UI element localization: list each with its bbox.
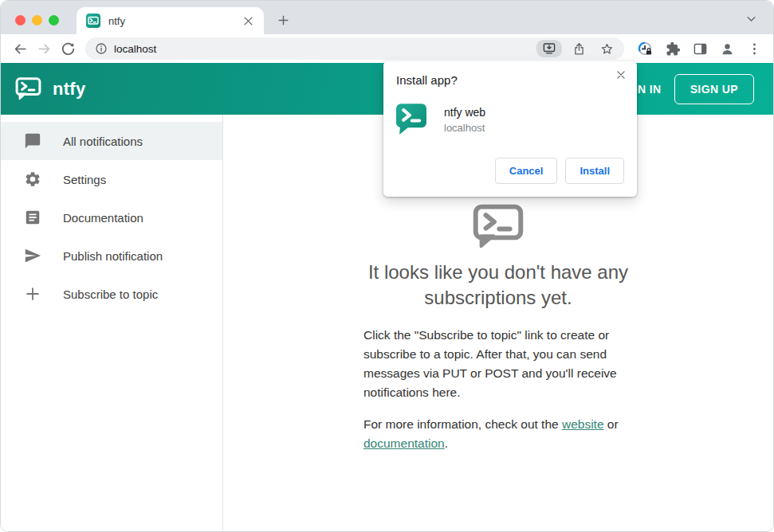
empty-state-text: Click the "Subscribe to topic" link to c…: [363, 326, 633, 453]
info-prefix: For more information, check out the: [363, 417, 562, 431]
dialog-app-name: ntfy web: [444, 106, 485, 119]
website-link[interactable]: website: [562, 417, 604, 431]
url-text[interactable]: localhost: [114, 43, 530, 55]
tab-search-chevron-icon[interactable]: [745, 13, 757, 25]
zoom-window-button[interactable]: [49, 15, 59, 25]
reload-icon[interactable]: [57, 37, 79, 60]
ntfy-logo-gray-icon: [473, 204, 524, 249]
dialog-app-row: ntfy web localhost: [396, 104, 624, 135]
sidebar-item-label: Documentation: [63, 211, 143, 225]
ntfy-logo-icon: [15, 77, 41, 100]
install-app-dialog: Install app? ntfy web localhost Cancel I…: [383, 61, 637, 197]
ntfy-favicon-icon: [86, 14, 100, 28]
install-app-icon[interactable]: [536, 40, 562, 57]
sign-up-button[interactable]: SIGN UP: [674, 74, 754, 104]
forward-icon[interactable]: [33, 37, 55, 60]
close-window-button[interactable]: [15, 15, 26, 25]
menu-dots-icon[interactable]: [747, 41, 762, 57]
sidebar: All notifications Settings Documentation…: [1, 115, 223, 532]
browser-toolbar: localhost: [1, 34, 773, 63]
empty-state-paragraph: Click the "Subscribe to topic" link to c…: [363, 326, 633, 402]
info-middle: or: [604, 417, 619, 431]
profile-avatar-icon[interactable]: [720, 41, 735, 57]
ntfy-app-icon: [396, 104, 426, 135]
dialog-app-origin: localhost: [444, 122, 485, 134]
tab-title: ntfy: [108, 15, 242, 27]
minimize-window-button[interactable]: [32, 15, 42, 25]
extension-privacy-icon[interactable]: [637, 41, 654, 57]
dialog-title: Install app?: [396, 73, 624, 87]
share-icon[interactable]: [568, 42, 590, 56]
send-icon: [24, 247, 41, 264]
gear-icon: [24, 170, 41, 188]
plus-icon: [24, 285, 41, 303]
address-bar[interactable]: localhost: [85, 37, 624, 60]
empty-state-title: It looks like you don't have any subscri…: [331, 260, 666, 311]
dialog-actions: Cancel Install: [495, 158, 624, 184]
traffic-lights: [15, 15, 59, 25]
sidebar-item-publish-notification[interactable]: Publish notification: [1, 237, 222, 275]
sidebar-item-subscribe-to-topic[interactable]: Subscribe to topic: [1, 275, 222, 313]
chat-icon: [24, 132, 41, 150]
tab-close-icon[interactable]: [242, 15, 254, 27]
sidebar-item-label: Publish notification: [63, 249, 163, 263]
empty-state-info-paragraph: For more information, check out the webs…: [363, 415, 633, 453]
back-icon[interactable]: [9, 37, 31, 60]
sidebar-item-label: Subscribe to topic: [63, 288, 158, 301]
documentation-link[interactable]: documentation: [363, 436, 445, 450]
tab-strip: ntfy: [1, 1, 773, 34]
extension-cluster: [637, 41, 762, 57]
app-title: ntfy: [53, 79, 86, 100]
sidebar-item-label: All notifications: [63, 135, 143, 148]
sidebar-item-label: Settings: [63, 173, 106, 186]
browser-window: ntfy localhost ntfy SIGN IN SIGN: [0, 0, 774, 532]
cancel-button[interactable]: Cancel: [495, 158, 558, 184]
bookmark-star-icon[interactable]: [596, 42, 618, 56]
sidebar-item-documentation[interactable]: Documentation: [1, 198, 222, 237]
extensions-puzzle-icon[interactable]: [666, 41, 681, 57]
dialog-close-icon[interactable]: [615, 69, 627, 80]
sidebar-item-all-notifications[interactable]: All notifications: [1, 122, 222, 160]
new-tab-icon[interactable]: [277, 14, 290, 27]
site-info-icon[interactable]: [95, 42, 108, 55]
side-panel-icon[interactable]: [693, 41, 708, 57]
article-icon: [24, 209, 41, 226]
browser-tab[interactable]: ntfy: [77, 7, 264, 34]
install-button[interactable]: Install: [565, 158, 624, 184]
sidebar-item-settings[interactable]: Settings: [1, 160, 222, 198]
info-suffix: .: [445, 436, 448, 450]
